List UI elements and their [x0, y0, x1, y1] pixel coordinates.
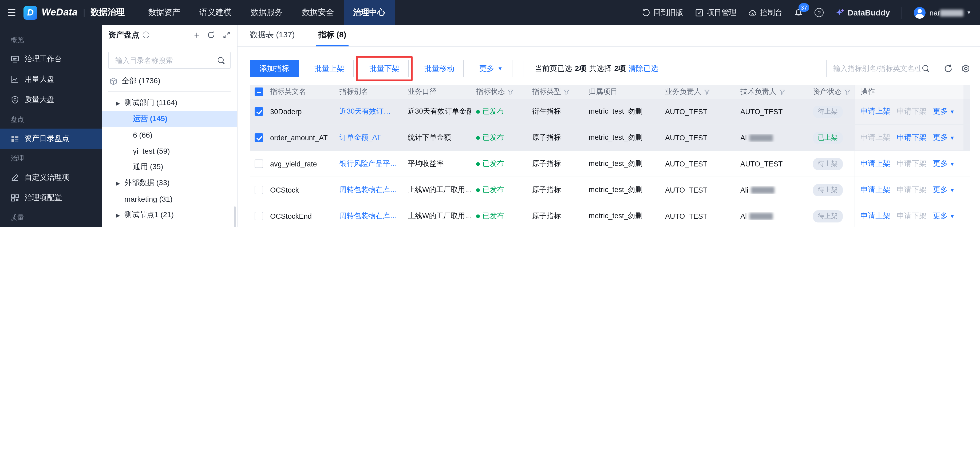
table-body: 30Doderp近30天有效订单金额近30天有效订单金额已发布衍生指标metri… — [250, 99, 970, 227]
metric-alias-link[interactable]: 银行风险产品平均... — [339, 159, 397, 168]
row-more-link[interactable]: 更多▼ — [933, 107, 955, 116]
column-header-label: 业务口径 — [408, 87, 437, 97]
refresh-icon[interactable] — [944, 64, 953, 73]
more-button[interactable]: 更多▼ — [470, 60, 512, 77]
owner-cell: Al — [735, 133, 808, 142]
apply-up-link[interactable]: 申请上架 — [861, 159, 890, 168]
row-checkbox[interactable] — [255, 160, 263, 168]
row-checkbox-cell — [250, 212, 265, 220]
apply-up-link[interactable]: 申请上架 — [861, 211, 890, 221]
tree-expand-arrow-icon[interactable]: ▶ — [115, 100, 121, 106]
nav-item-治理中心[interactable]: 治理中心 — [344, 0, 395, 25]
table-header-row: 指标英文名指标别名业务口径指标状态指标类型归属项目业务负责人技术负责人资产状态操… — [250, 85, 970, 99]
batch-down-button[interactable]: 批量下架 — [360, 60, 409, 77]
gear-icon[interactable] — [961, 64, 970, 73]
metric-alias-link[interactable]: 订单金额_AT — [339, 133, 381, 143]
tab-数据表 (137)[interactable]: 数据表 (137) — [250, 30, 294, 46]
add-catalog-icon[interactable]: + — [194, 30, 200, 40]
tree-item-通用 (35)[interactable]: 通用 (35) — [102, 159, 237, 175]
tree-expand-arrow-icon[interactable]: ▶ — [115, 180, 121, 186]
wedata-logo-icon: D — [24, 6, 37, 19]
sidebar-item-自定义治理项[interactable]: 自定义治理项 — [0, 168, 102, 188]
tree-item-6 (66)[interactable]: 6 (66) — [102, 127, 237, 143]
metric-type-cell: 衍生指标 — [527, 107, 584, 116]
status-dot-icon — [476, 188, 480, 192]
metric-status-cell: 已发布 — [471, 185, 527, 195]
filter-icon[interactable] — [779, 89, 785, 95]
tab-指标 (8)[interactable]: 指标 (8) — [318, 30, 346, 46]
owner-cell: AUTO_TEST — [660, 186, 735, 194]
header-checkbox-cell — [250, 87, 265, 96]
nav-item-语义建模[interactable]: 语义建模 — [190, 0, 241, 25]
search-icon[interactable] — [922, 65, 929, 72]
column-header-label: 业务负责人 — [665, 87, 701, 97]
user-avatar — [914, 7, 926, 18]
tree-scrollbar[interactable] — [234, 206, 236, 227]
tree-item-yi_test (59)[interactable]: yi_test (59) — [102, 143, 237, 159]
metric-alias-link[interactable]: 周转包装物在库量... — [339, 185, 397, 195]
row-checkbox[interactable] — [255, 107, 263, 116]
project-management-link[interactable]: 项目管理 — [695, 8, 737, 17]
catalog-search-input[interactable] — [114, 56, 218, 65]
row-checkbox[interactable] — [255, 133, 263, 142]
owner-cell: AUTO_TEST — [660, 133, 735, 142]
sidebar-item-治理工作台[interactable]: 治理工作台 — [0, 49, 102, 69]
metric-eng-name-cell: avg_yield_rate — [265, 160, 334, 168]
nav-item-数据服务[interactable]: 数据服务 — [241, 0, 292, 25]
row-more-link[interactable]: 更多▼ — [933, 185, 955, 195]
filter-icon[interactable] — [508, 89, 514, 95]
chevron-down-icon: ▼ — [498, 66, 503, 71]
apply-down-link[interactable]: 申请下架 — [897, 133, 927, 143]
tree-root-all[interactable]: 全部 (1736) — [102, 72, 237, 90]
filter-icon[interactable] — [564, 89, 570, 95]
metric-alias-link[interactable]: 近30天有效订单金额 — [339, 107, 397, 116]
redacted-text — [749, 134, 773, 141]
batch-move-button[interactable]: 批量移动 — [415, 60, 464, 77]
console-link[interactable]: 控制台 — [748, 8, 783, 17]
tree-item-sk_0923 (19)[interactable]: sk_0923 (19) — [102, 223, 237, 227]
column-header-指标英文名: 指标英文名 — [265, 87, 334, 97]
collapse-icon[interactable] — [223, 31, 231, 39]
sidebar-item-治理项配置[interactable]: 治理项配置 — [0, 188, 102, 208]
tree-item-测试部门 (1164)[interactable]: ▶测试部门 (1164) — [102, 95, 237, 111]
filter-icon[interactable] — [845, 89, 850, 95]
refresh-icon[interactable] — [207, 31, 215, 39]
tree-item-测试节点1 (21)[interactable]: ▶测试节点1 (21) — [102, 207, 237, 223]
sidebar-item-资产目录盘点[interactable]: 资产目录盘点 — [0, 129, 102, 149]
sidebar-item-质量大盘[interactable]: 质量大盘 — [0, 90, 102, 110]
tree-expand-arrow-icon[interactable]: ▶ — [115, 212, 121, 218]
hamburger-icon[interactable]: ☰ — [8, 7, 24, 18]
clear-selection-link[interactable]: 清除已选 — [628, 64, 659, 73]
row-checkbox[interactable] — [255, 212, 263, 220]
search-icon[interactable] — [218, 57, 225, 64]
batch-up-button[interactable]: 批量上架 — [305, 60, 354, 77]
tree-item-外部数据 (33)[interactable]: ▶外部数据 (33) — [102, 175, 237, 191]
tree-item-运营 (145)[interactable]: 运营 (145) — [102, 111, 237, 127]
apply-up-link[interactable]: 申请上架 — [861, 107, 890, 116]
metric-search-input[interactable] — [832, 64, 922, 73]
notification-bell[interactable]: 37 — [794, 8, 803, 17]
databuddy-entry[interactable]: DataBuddy — [835, 8, 890, 17]
nav-item-数据资产[interactable]: 数据资产 — [138, 0, 190, 25]
row-more-link[interactable]: 更多▼ — [933, 159, 955, 168]
sidebar-item-规则模版[interactable]: 规则模版 — [0, 227, 102, 227]
user-menu[interactable]: nar ▾ — [914, 7, 970, 18]
filter-icon[interactable] — [704, 89, 710, 95]
sidebar-item-用量大盘[interactable]: 用量大盘 — [0, 69, 102, 90]
row-checkbox[interactable] — [255, 186, 263, 194]
column-header-label: 资产状态 — [813, 87, 842, 97]
main-content: 数据表 (137)指标 (8) 添加指标 批量上架 批量下架 批量移动 更多▼ … — [237, 25, 980, 227]
back-to-legacy-link[interactable]: 回到旧版 — [641, 8, 683, 17]
nav-item-数据安全[interactable]: 数据安全 — [292, 0, 344, 25]
asset-status-cell: 待上架 — [808, 158, 854, 170]
add-metric-button[interactable]: 添加指标 — [250, 60, 299, 77]
row-more-link[interactable]: 更多▼ — [933, 211, 955, 221]
info-icon[interactable]: ⓘ — [143, 30, 150, 40]
apply-up-link[interactable]: 申请上架 — [861, 185, 890, 195]
select-all-checkbox[interactable] — [255, 87, 263, 96]
metric-alias-link[interactable]: 周转包装物在库量... — [339, 211, 397, 221]
row-more-link[interactable]: 更多▼ — [933, 133, 955, 143]
tree-item-marketing (31)[interactable]: marketing (31) — [102, 191, 237, 207]
apply-down-link: 申请下架 — [897, 185, 927, 195]
help-icon[interactable]: ? — [815, 8, 824, 17]
